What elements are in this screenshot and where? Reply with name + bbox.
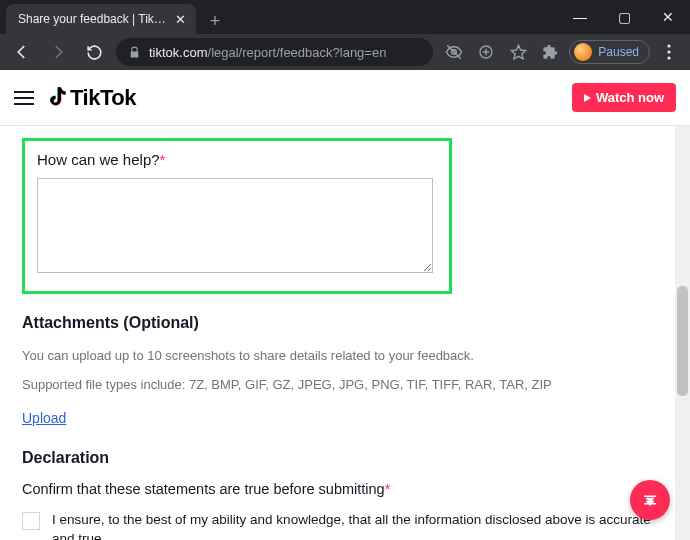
paused-label: Paused <box>598 45 639 59</box>
confirm-statements-text: Confirm that these statements are true b… <box>22 481 668 497</box>
svg-point-4 <box>667 50 670 53</box>
back-button[interactable] <box>8 38 36 66</box>
address-bar[interactable]: tiktok.com/legal/report/feedback?lang=en <box>116 38 433 66</box>
page-content: TikTok Watch now How can we help?* Attac… <box>0 70 690 540</box>
menu-icon[interactable] <box>14 91 34 105</box>
new-tab-button[interactable]: + <box>202 8 228 34</box>
site-header: TikTok Watch now <box>0 70 690 126</box>
arrow-up-icon <box>641 491 659 509</box>
scroll-top-fab[interactable] <box>630 480 670 520</box>
svg-point-3 <box>667 44 670 47</box>
bookmark-star-icon[interactable] <box>505 38 531 66</box>
help-section-highlight: How can we help?* <box>22 138 452 294</box>
tiktok-logo[interactable]: TikTok <box>46 85 136 111</box>
svg-rect-6 <box>644 496 656 498</box>
help-textarea[interactable] <box>37 178 433 273</box>
maximize-button[interactable]: ▢ <box>602 0 646 34</box>
toolbar-right-icons: Paused <box>441 38 682 66</box>
brand-text: TikTok <box>70 85 136 111</box>
form-content: How can we help?* Attachments (Optional)… <box>0 126 690 540</box>
extensions-icon[interactable] <box>537 38 563 66</box>
tiktok-note-icon <box>46 87 66 109</box>
declaration-title: Declaration <box>22 449 668 467</box>
play-icon <box>584 94 591 102</box>
browser-title-bar: Share your feedback | TikTok ✕ + — ▢ ✕ <box>0 0 690 34</box>
profile-paused-chip[interactable]: Paused <box>569 40 650 64</box>
url-text: tiktok.com/legal/report/feedback?lang=en <box>149 45 386 60</box>
filetypes-hint: Supported file types include: 7Z, BMP, G… <box>22 377 668 392</box>
scrollbar-thumb[interactable] <box>677 286 688 396</box>
upload-link[interactable]: Upload <box>22 410 66 426</box>
share-icon[interactable] <box>473 38 499 66</box>
tab-title: Share your feedback | TikTok <box>18 12 167 26</box>
lock-icon <box>128 46 141 59</box>
reload-button[interactable] <box>80 38 108 66</box>
close-tab-icon[interactable]: ✕ <box>175 13 186 26</box>
kebab-menu-icon[interactable] <box>656 38 682 66</box>
scrollbar-track[interactable] <box>675 126 690 540</box>
browser-tab[interactable]: Share your feedback | TikTok ✕ <box>6 4 196 34</box>
declaration-check-1: I ensure, to the best of my ability and … <box>22 511 668 540</box>
watch-now-button[interactable]: Watch now <box>572 83 676 112</box>
attachments-hint: You can upload up to 10 screenshots to s… <box>22 348 668 363</box>
svg-point-5 <box>667 56 670 59</box>
browser-toolbar: tiktok.com/legal/report/feedback?lang=en… <box>0 34 690 70</box>
help-label: How can we help?* <box>37 151 437 168</box>
check1-text: I ensure, to the best of my ability and … <box>52 511 668 540</box>
forward-button[interactable] <box>44 38 72 66</box>
window-controls: — ▢ ✕ <box>558 0 690 34</box>
close-window-button[interactable]: ✕ <box>646 0 690 34</box>
minimize-button[interactable]: — <box>558 0 602 34</box>
attachments-title: Attachments (Optional) <box>22 314 668 332</box>
avatar <box>574 43 592 61</box>
checkbox-1[interactable] <box>22 512 40 530</box>
watch-now-label: Watch now <box>596 90 664 105</box>
eye-off-icon[interactable] <box>441 38 467 66</box>
